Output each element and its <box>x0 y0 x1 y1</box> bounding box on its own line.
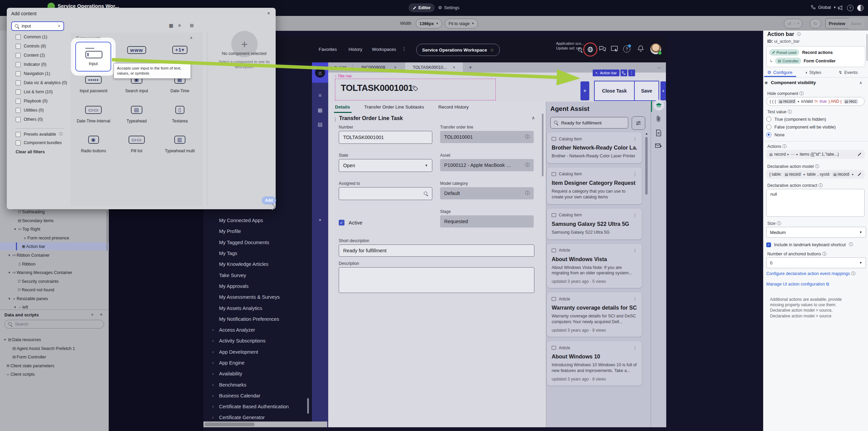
radio-false[interactable]: False (component will be visible) <box>766 124 836 130</box>
tree-item-top-right[interactable]: ▼▭Top Right <box>0 225 121 233</box>
add-data-icon[interactable]: + <box>100 311 103 317</box>
agent-assist-card[interactable]: Article ⋮ About Windows 10 Introducing W… <box>547 341 642 386</box>
close-task-button[interactable]: Close Task <box>595 81 634 100</box>
component-card[interactable]: ▭▭ Pill list <box>116 133 157 153</box>
close-icon[interactable]: × <box>394 65 396 70</box>
actions-chip[interactable]: ▤ record ▸ ⋯ ▸ items ([{"id":1,"labe...) <box>766 150 865 159</box>
undo-menu-chevron[interactable]: ▼ <box>794 22 802 25</box>
close-icon[interactable]: × <box>453 65 455 70</box>
agent-assist-search-input[interactable]: Ready for fulfillment <box>550 117 628 129</box>
info-icon[interactable]: ⓘ <box>818 183 823 188</box>
checkbox-icon[interactable] <box>16 71 21 76</box>
menu-scrollbar[interactable] <box>307 398 309 414</box>
collapse-section-icon[interactable]: ∧ <box>532 115 535 120</box>
drag-handle-icon[interactable]: ⋮ <box>333 117 338 122</box>
tree-item-resizable-panes[interactable]: ▼+Resizable panes <box>0 295 116 302</box>
agent-assist-card[interactable]: Article ⋮ Warranty coverage details for … <box>547 292 642 337</box>
collapse-icon[interactable]: ∧ <box>190 36 193 40</box>
filter-checkbox-row[interactable]: Common (1) <box>16 35 70 40</box>
filter-checkbox-row[interactable]: Utilities (0) <box>16 108 70 113</box>
kebab-icon[interactable]: ⋮ <box>633 213 637 218</box>
presets-available-row[interactable]: Presets available ⓘ <box>16 132 63 137</box>
ds-item-client-state-parameters[interactable]: ⊞Client state parameters <box>0 362 114 370</box>
clear-search-icon[interactable]: × <box>58 24 60 28</box>
kebab-icon[interactable]: ⋮ <box>402 46 407 52</box>
component-card[interactable]: ▭▭ Date-Time-Interval <box>73 103 114 123</box>
collapse-icon[interactable]: ∧ <box>859 80 862 85</box>
tag-icon[interactable] <box>412 85 418 92</box>
document-icon[interactable]: ▤ <box>312 121 328 128</box>
new-tab-icon[interactable]: + <box>469 64 472 71</box>
checkbox-icon[interactable] <box>16 62 21 67</box>
home-button[interactable]: ⌂ <box>312 62 328 83</box>
clear-filters-link[interactable]: Clear all filters <box>16 150 45 154</box>
tab-inc0009009[interactable]: INC0009009 × <box>353 62 406 73</box>
info-icon[interactable]: ⓘ <box>800 91 804 96</box>
kebab-icon[interactable]: ⋮ <box>633 248 637 253</box>
controller-link-button[interactable] <box>620 70 627 76</box>
checkbox-icon[interactable] <box>16 132 21 137</box>
component-card[interactable]: +1▾ <box>159 43 200 63</box>
info-icon[interactable]: ⓘ <box>822 252 827 256</box>
filter-checkbox-row[interactable]: Playbook (0) <box>16 99 70 104</box>
filter-checkbox-row[interactable]: Controls (8) <box>16 44 70 49</box>
aa-scrollbar[interactable] <box>645 137 648 195</box>
tree-item-warning-messages-container[interactable]: ▼▭Warning Messages Container <box>0 269 116 276</box>
collapse-chevron-icon[interactable]: ∨ <box>91 312 94 317</box>
editor-tab[interactable]: Editor <box>409 3 435 12</box>
info-icon[interactable]: ⓘ <box>797 32 801 37</box>
info-icon[interactable]: ⓘ <box>849 242 853 248</box>
radio-true[interactable]: True (component is hidden) <box>766 117 826 122</box>
checkbox-icon[interactable] <box>16 117 21 122</box>
panel-scrollbar[interactable] <box>866 34 868 61</box>
anchored-select[interactable]: 0 ▼ <box>766 257 866 268</box>
info-icon[interactable]: ⓘ <box>777 221 781 226</box>
short-desc-input[interactable]: Ready for fulfillment <box>339 244 534 257</box>
input-card-selected[interactable]: Input <box>75 42 111 72</box>
tab-subtasks[interactable]: Transfer Order Line Subtasks <box>364 104 424 110</box>
mail-add-icon[interactable] <box>655 143 662 149</box>
hide-condition-chip[interactable]: ( ( ( ▤record ▸ isValid != true ) AND ( … <box>766 97 865 106</box>
tab-record-history[interactable]: Record History <box>438 104 469 110</box>
dam-chip[interactable]: { table: ▤record ▸ table , sysId: ▤recor… <box>766 170 865 179</box>
help-icon[interactable]: ? <box>847 5 853 11</box>
component-card[interactable]: ▤ Typeahead <box>116 103 157 123</box>
size-select[interactable]: Medium ▼ <box>766 227 866 238</box>
component-menu-button[interactable]: ⋮ <box>628 70 635 76</box>
menu-item[interactable]: › Activity Subscriptions <box>203 335 312 346</box>
component-bundles-row[interactable]: Component bundles <box>16 140 62 145</box>
checkbox-checked-icon[interactable]: ✓ <box>339 220 344 226</box>
component-card[interactable]: ▯ Textarea <box>159 103 200 123</box>
ds-item-data-resources[interactable]: ▼▤Data resources <box>0 336 111 344</box>
tree-scrollbar[interactable] <box>106 210 108 251</box>
agent-assist-card[interactable]: Catalog Item ⋮ Brother Network-Ready Col… <box>547 132 642 163</box>
agent-assist-card[interactable]: Catalog Item ⋮ Item Designer Category Re… <box>547 168 642 204</box>
screen-share-icon[interactable] <box>611 46 618 52</box>
record-save-button[interactable]: Save <box>635 81 658 100</box>
info-icon[interactable]: ⓘ <box>525 134 530 140</box>
menu-item[interactable]: My Tagged Documents <box>203 237 312 248</box>
info-icon[interactable]: ⓘ <box>815 164 819 169</box>
scope-picker[interactable]: Global ▼ <box>811 5 836 10</box>
kebab-icon[interactable]: ⋮ <box>633 136 637 141</box>
info-icon[interactable]: ⓘ <box>525 190 530 196</box>
component-card[interactable]: www <box>116 43 157 63</box>
tab-overflow-icon[interactable]: ⋯ <box>657 65 662 70</box>
menu-item[interactable]: › Business Calendar <box>203 390 312 401</box>
checkbox-icon[interactable] <box>16 80 21 85</box>
component-search-input[interactable]: input × <box>11 21 64 31</box>
caret-down-icon[interactable]: ▼ <box>13 228 17 231</box>
state-select[interactable]: Open▼ <box>339 159 432 172</box>
add-button[interactable]: Add <box>262 196 276 204</box>
menu-item[interactable]: My Profile <box>203 226 312 237</box>
kebab-icon[interactable]: ⋮ <box>633 345 637 350</box>
checkbox-icon[interactable] <box>16 108 21 113</box>
menu-item[interactable]: Take Survey <box>203 270 312 280</box>
agent-assist-rail-button[interactable] <box>653 100 664 111</box>
avatar[interactable] <box>650 43 661 54</box>
grid-icon[interactable]: ▦ <box>312 107 328 113</box>
kebab-icon[interactable]: ⋮ <box>633 296 637 301</box>
star-icon[interactable]: ☆ <box>490 47 494 53</box>
filter-checkbox-row[interactable]: List & form (10) <box>16 90 70 95</box>
redo-button[interactable]: ↻ <box>810 19 821 28</box>
